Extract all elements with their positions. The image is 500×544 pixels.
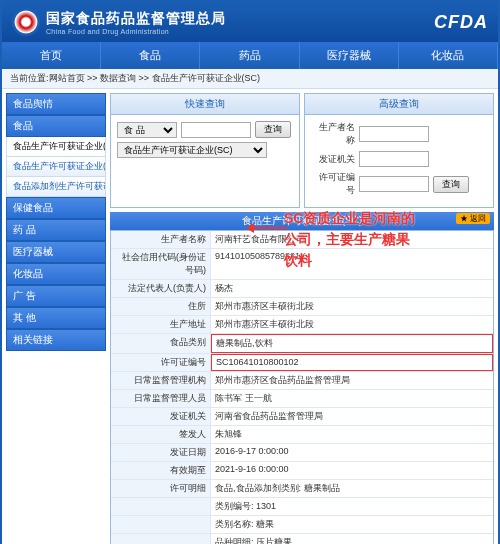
detail-row: 品种明细: 压片糖果 (111, 534, 493, 544)
nav-food[interactable]: 食品 (101, 42, 200, 69)
detail-row: 住所郑州市惠济区丰硕街北段 (111, 298, 493, 316)
detail-row: 有效期至2021-9-16 0:00:00 (111, 462, 493, 480)
logo-icon (12, 8, 40, 36)
detail-label: 生产者名称 (111, 231, 211, 248)
detail-label: 社会信用代码(身份证号码) (111, 249, 211, 279)
site-title-en: China Food and Drug Administration (46, 28, 226, 35)
quick-search-button[interactable]: 查询 (255, 121, 291, 138)
detail-value: 糖果制品,饮料 (211, 334, 493, 353)
detail-label (111, 534, 211, 544)
detail-value: 2021-9-16 0:00:00 (211, 462, 493, 479)
nav-home[interactable]: 首页 (2, 42, 101, 69)
breadcrumb: 当前位置:网站首页 >> 数据查询 >> 食品生产许可获证企业(SC) (2, 69, 498, 89)
detail-value: 杨杰 (211, 280, 493, 297)
side-group-1[interactable]: 食品 (6, 115, 106, 137)
advanced-search-title: 高级查询 (305, 94, 493, 115)
side-group-5[interactable]: 化妆品 (6, 263, 106, 285)
detail-value: 郑州市惠济区食品药品监督管理局 (211, 372, 493, 389)
authority-input[interactable] (359, 151, 429, 167)
quick-search-panel: 快速查询 食 品 查询 食品生产许可获证企业(SC) (110, 93, 300, 208)
detail-value: 朱旭锋 (211, 426, 493, 443)
detail-label (111, 498, 211, 515)
detail-label (111, 516, 211, 533)
side-group-4[interactable]: 医疗器械 (6, 241, 106, 263)
side-group-7[interactable]: 其 他 (6, 307, 106, 329)
advanced-search-button[interactable]: 查询 (433, 176, 469, 193)
nav-drug[interactable]: 药品 (200, 42, 299, 69)
side-group-2[interactable]: 保健食品 (6, 197, 106, 219)
detail-label: 许可明细 (111, 480, 211, 497)
nav-cosmetic[interactable]: 化妆品 (399, 42, 498, 69)
detail-row: 类别编号: 1301 (111, 498, 493, 516)
detail-label: 住所 (111, 298, 211, 315)
side-group-0[interactable]: 食品舆情 (6, 93, 106, 115)
annotation-text: SC资质企业是河南的 公司，主要生产糖果 饮料 (284, 208, 415, 271)
detail-row: 法定代表人(负责人)杨杰 (111, 280, 493, 298)
authority-label: 发证机关 (311, 153, 355, 166)
side-group-8[interactable]: 相关链接 (6, 329, 106, 351)
detail-row: 食品类别糖果制品,饮料 (111, 334, 493, 354)
side-item-additive[interactable]: 食品添加剂生产许可获证企业 (6, 177, 106, 197)
detail-label: 日常监督管理机构 (111, 372, 211, 389)
detail-value: 河南省食品药品监督管理局 (211, 408, 493, 425)
producer-input[interactable] (359, 126, 429, 142)
main-nav: 首页 食品 药品 医疗器械 化妆品 (2, 42, 498, 69)
site-header: 国家食品药品监督管理总局 China Food and Drug Adminis… (2, 2, 498, 42)
quick-search-input[interactable] (181, 122, 251, 138)
detail-value: 郑州市惠济区丰硕街北段 (211, 316, 493, 333)
detail-label: 食品类别 (111, 334, 211, 353)
side-group-3[interactable]: 药 品 (6, 219, 106, 241)
detail-row: 日常监督管理人员陈书军 王一航 (111, 390, 493, 408)
type-select[interactable]: 食品生产许可获证企业(SC) (117, 142, 267, 158)
annotation-arrow-icon (247, 227, 287, 229)
detail-value: 类别编号: 1301 (211, 498, 493, 515)
detail-label: 签发人 (111, 426, 211, 443)
advanced-search-panel: 高级查询 生产者名称 发证机关 许可证编号查询 (304, 93, 494, 208)
detail-row: 签发人朱旭锋 (111, 426, 493, 444)
producer-label: 生产者名称 (311, 121, 355, 147)
sidebar: 食品舆情 食品 食品生产许可获证企业(SC) 食品生产许可获证企业(QS) 食品… (6, 93, 106, 544)
detail-row: 许可明细食品,食品添加剂类别: 糖果制品 (111, 480, 493, 498)
detail-row: 日常监督管理机构郑州市惠济区食品药品监督管理局 (111, 372, 493, 390)
side-group-6[interactable]: 广 告 (6, 285, 106, 307)
detail-value: 食品,食品添加剂类别: 糖果制品 (211, 480, 493, 497)
detail-label: 许可证编号 (111, 354, 211, 371)
detail-label: 有效期至 (111, 462, 211, 479)
nav-device[interactable]: 医疗器械 (300, 42, 399, 69)
license-input[interactable] (359, 176, 429, 192)
detail-row: 生产地址郑州市惠济区丰硕街北段 (111, 316, 493, 334)
site-title-cn: 国家食品药品监督管理总局 (46, 10, 226, 28)
detail-label: 发证日期 (111, 444, 211, 461)
license-label: 许可证编号 (311, 171, 355, 197)
brand-mark: CFDA (434, 12, 488, 33)
quick-search-title: 快速查询 (111, 94, 299, 115)
detail-label: 发证机关 (111, 408, 211, 425)
detail-row: 发证机关河南省食品药品监督管理局 (111, 408, 493, 426)
detail-value: SC10641010800102 (211, 354, 493, 371)
detail-value: 2016-9-17 0:00:00 (211, 444, 493, 461)
detail-row: 发证日期2016-9-17 0:00:00 (111, 444, 493, 462)
side-item-qs[interactable]: 食品生产许可获证企业(QS) (6, 157, 106, 177)
detail-value: 品种明细: 压片糖果 (211, 534, 493, 544)
detail-value: 陈书军 王一航 (211, 390, 493, 407)
detail-table: 生产者名称河南轩艺食品有限公司社会信用代码(身份证号码)914101050857… (110, 230, 494, 544)
detail-label: 法定代表人(负责人) (111, 280, 211, 297)
detail-row: 类别名称: 糖果 (111, 516, 493, 534)
detail-value: 郑州市惠济区丰硕街北段 (211, 298, 493, 315)
side-item-sc[interactable]: 食品生产许可获证企业(SC) (6, 137, 106, 157)
category-select[interactable]: 食 品 (117, 122, 177, 138)
detail-row: 许可证编号SC10641010800102 (111, 354, 493, 372)
back-button[interactable]: ★ 返回 (456, 213, 490, 224)
detail-label: 生产地址 (111, 316, 211, 333)
detail-value: 类别名称: 糖果 (211, 516, 493, 533)
detail-label: 日常监督管理人员 (111, 390, 211, 407)
